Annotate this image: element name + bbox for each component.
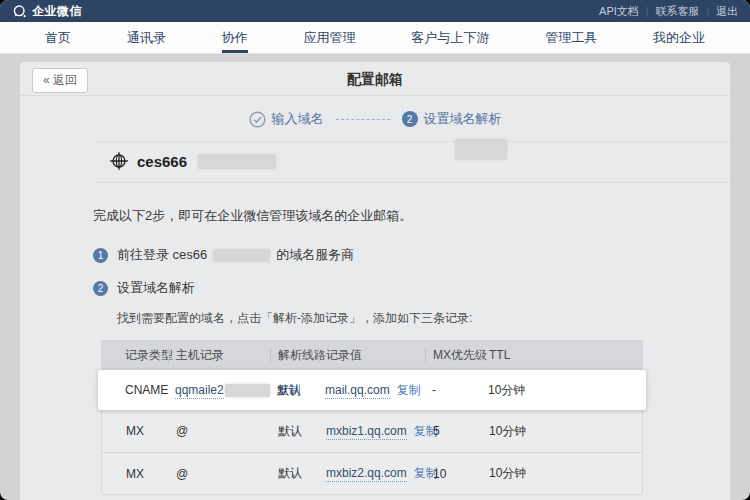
contact-support-link[interactable]: 联系客服 [655, 4, 699, 19]
topbar: 企业微信 API文档 | 联系客服 | 退出 [0, 0, 750, 22]
nav-item-admin-tools[interactable]: 管理工具 [545, 22, 597, 53]
cell-value: mxbiz1.qq.com复制 [319, 423, 426, 440]
domain-row: ces666 [93, 141, 730, 183]
content-area: « 返回 配置邮箱 输入域名 2 设置域名解析 [0, 54, 750, 500]
redaction-box [213, 249, 270, 262]
col-header-value: 记录值 [318, 347, 425, 364]
instruction-2-text: 设置域名解析 [117, 279, 195, 297]
table-row-mx2: MX @ 默认 mxbiz2.qq.com复制 10 10分钟 [102, 452, 642, 494]
panel-body: 输入域名 2 设置域名解析 ces666 [20, 110, 730, 500]
cell-record-type: MX [126, 424, 169, 438]
cell-host: @ [169, 467, 271, 481]
instruction-step-2: 2 设置域名解析 [93, 279, 730, 297]
step-indicator: 输入域名 2 设置域名解析 [20, 110, 730, 128]
table-body: MX @ 默认 mxbiz1.qq.com复制 5 10分钟 MX [101, 410, 643, 495]
step-connector [336, 119, 390, 120]
col-header-line: 解析线路 [270, 347, 318, 364]
nav-item-collaboration[interactable]: 协作 [222, 22, 248, 53]
topbar-separator: | [706, 6, 709, 17]
cell-record-type: MX [126, 467, 169, 481]
globe-icon [109, 151, 129, 171]
table-header-row: 记录类型 主机记录 解析线路 记录值 MX优先级 TTL [101, 340, 643, 370]
col-header-mx-priority: MX优先级 [425, 347, 481, 364]
cell-line: 默认 [271, 465, 319, 482]
nav-item-my-company[interactable]: 我的企业 [653, 22, 705, 53]
instruction-step-1: 1 前往登录 ces66 的域名服务商 [93, 246, 730, 264]
nav-item-contacts[interactable]: 通讯录 [127, 22, 166, 53]
step1-label: 输入域名 [272, 110, 324, 128]
check-circle-icon [249, 111, 266, 128]
nav-item-app-management[interactable]: 应用管理 [303, 22, 355, 53]
panel-header: « 返回 配置邮箱 [20, 62, 730, 96]
cell-host: @ [169, 424, 271, 438]
cell-mx-priority: - [425, 383, 481, 397]
app-window: 企业微信 API文档 | 联系客服 | 退出 首页 通讯录 协作 应用管理 客户… [0, 0, 750, 500]
col-header-ttl: TTL [481, 348, 643, 362]
step2-label: 设置域名解析 [424, 110, 502, 128]
col-header-record-type: 记录类型 [125, 347, 168, 364]
col-header-host: 主机记录 [168, 347, 270, 364]
redaction-box [225, 384, 270, 397]
cell-ttl: 10分钟 [481, 382, 646, 399]
cell-host: qqmaile2复制 [168, 382, 270, 399]
cell-value: mxbiz2.qq.com复制 [319, 465, 426, 482]
instruction-1-badge: 1 [93, 248, 108, 263]
record-value: mail.qq.com [325, 383, 390, 399]
logout-link[interactable]: 退出 [716, 4, 738, 19]
instruction-1-text-suffix: 的域名服务商 [276, 246, 354, 264]
cell-line: 默认 [271, 423, 319, 440]
record-value: mxbiz1.qq.com [326, 424, 407, 440]
cell-mx-priority: 5 [426, 424, 482, 438]
topbar-separator: | [646, 6, 649, 17]
table-row-cname: CNAME qqmaile2复制 默认 mail.qq.com复制 - 10分钟 [98, 370, 646, 410]
brand[interactable]: 企业微信 [12, 3, 82, 20]
cell-value: mail.qq.com复制 [318, 382, 425, 399]
instruction-2-badge: 2 [93, 281, 108, 296]
step2-number-badge: 2 [402, 111, 418, 127]
topbar-links: API文档 | 联系客服 | 退出 [599, 4, 738, 19]
main-nav: 首页 通讯录 协作 应用管理 客户与上下游 管理工具 我的企业 [0, 22, 750, 54]
cell-mx-priority: 10 [426, 467, 482, 481]
back-button[interactable]: « 返回 [32, 68, 88, 93]
cell-ttl: 10分钟 [482, 423, 642, 440]
api-docs-link[interactable]: API文档 [599, 4, 639, 19]
host-value: qqmaile2 [175, 383, 224, 399]
copy-value-button[interactable]: 复制 [397, 383, 421, 397]
cell-ttl: 10分钟 [482, 465, 642, 482]
mail-config-panel: « 返回 配置邮箱 输入域名 2 设置域名解析 [20, 62, 730, 500]
redaction-box [455, 139, 507, 160]
intro-text: 完成以下2步，即可在企业微信管理该域名的企业邮箱。 [93, 207, 730, 225]
nav-item-customers[interactable]: 客户与上下游 [411, 22, 489, 53]
brand-label: 企业微信 [32, 3, 82, 20]
wecom-logo-icon [12, 4, 27, 19]
redaction-box [198, 154, 276, 169]
table-row-mx1: MX @ 默认 mxbiz1.qq.com复制 5 10分钟 [102, 410, 642, 452]
instruction-1-text: 前往登录 ces66 [117, 246, 207, 264]
cell-line: 默认 [270, 382, 318, 399]
page-title: 配置邮箱 [20, 62, 730, 96]
dns-record-table: 记录类型 主机记录 解析线路 记录值 MX优先级 TTL CNAME qqmai… [101, 340, 643, 495]
record-value: mxbiz2.qq.com [326, 466, 407, 482]
nav-item-home[interactable]: 首页 [45, 22, 71, 53]
table-hint: 找到需要配置的域名，点击「解析-添加记录」，添加如下三条记录: [117, 310, 730, 327]
domain-name: ces666 [137, 153, 187, 170]
cell-record-type: CNAME [125, 383, 168, 397]
